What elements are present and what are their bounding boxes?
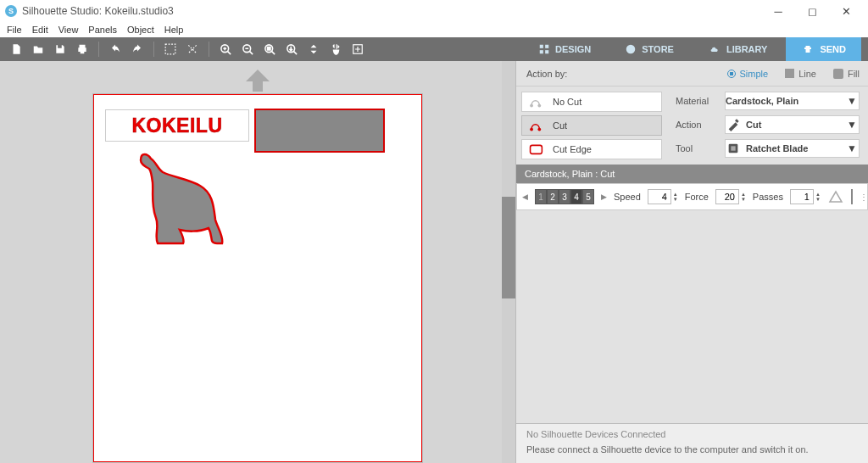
subtab-simple[interactable]: Simple (719, 61, 777, 86)
fill-icon (833, 69, 843, 79)
close-button[interactable]: ✕ (829, 0, 863, 22)
new-file-icon[interactable] (7, 40, 25, 59)
design-page[interactable]: KOKEILU (92, 93, 423, 463)
select-all-icon[interactable] (161, 40, 180, 59)
menu-object[interactable]: Object (127, 25, 154, 35)
zoom-drag-icon[interactable] (282, 40, 301, 59)
window-title: Silhouette Studio: Kokeilu.studio3 (22, 5, 174, 17)
tab-send[interactable]: SEND (786, 37, 861, 61)
svg-point-15 (537, 128, 541, 131)
menu-edit[interactable]: Edit (32, 25, 48, 35)
svg-rect-8 (545, 45, 548, 48)
cut-edge-label: Cut Edge (553, 144, 592, 154)
tab-design[interactable]: DESIGN (523, 37, 606, 61)
minimize-button[interactable]: ─ (761, 0, 795, 22)
cut-settings-bar: Cardstock, Plain : Cut (516, 165, 868, 183)
fit-window-icon[interactable] (348, 40, 367, 59)
canvas-area[interactable]: KOKEILU (0, 61, 515, 463)
material-dropdown[interactable]: Cardstock, Plain ▼ (725, 92, 860, 110)
more-icon[interactable]: ⋮ (860, 192, 868, 202)
cut-label: Cut (553, 120, 567, 131)
force-label: Force (685, 192, 709, 202)
svg-point-12 (530, 104, 533, 108)
chevron-down-icon: ▼ (847, 142, 859, 154)
option-no-cut[interactable]: No Cut (521, 92, 662, 112)
cut-icon (529, 118, 546, 133)
zoom-selection-icon[interactable] (260, 40, 279, 59)
subtab-line[interactable]: Line (776, 61, 825, 86)
app-logo-icon: S (5, 5, 17, 17)
status-area: No Silhouette Devices Connected Please c… (516, 423, 868, 463)
tool-dropdown[interactable]: Ratchet Blade ▼ (725, 139, 860, 158)
svg-rect-18 (731, 146, 735, 150)
tab-store-label: STORE (642, 44, 674, 54)
menu-view[interactable]: View (58, 25, 79, 35)
undo-icon[interactable] (106, 40, 125, 59)
subtab-fill[interactable]: Fill (825, 61, 868, 86)
cut-params: ◀ 12345 ▶ Speed ▲▼ Force ▲▼ Passes ▲▼ ⋮ (516, 183, 868, 210)
speed-input[interactable]: ▲▼ (648, 189, 678, 204)
svg-point-13 (537, 104, 541, 108)
text-object-kokeilu[interactable]: KOKEILU (105, 109, 249, 142)
arrow-right-icon[interactable]: ▶ (601, 192, 607, 201)
tab-store[interactable]: STORE (609, 37, 689, 61)
action-dropdown[interactable]: Cut ▼ (725, 115, 860, 134)
cut-edge-icon (529, 142, 546, 157)
material-value: Cardstock, Plain (726, 96, 842, 106)
scrollbar-thumb[interactable] (502, 197, 515, 298)
open-file-icon[interactable] (29, 40, 47, 59)
svg-point-11 (626, 45, 636, 54)
svg-rect-10 (545, 50, 548, 53)
svg-rect-16 (531, 145, 542, 153)
dog-shape-object[interactable] (132, 152, 225, 249)
action-label: Action (676, 120, 725, 130)
pan-icon[interactable] (326, 40, 345, 59)
title-bar: S Silhouette Studio: Kokeilu.studio3 ─ ◻… (0, 0, 868, 22)
deselect-icon[interactable] (183, 40, 202, 59)
chevron-down-icon: ▼ (847, 95, 859, 107)
svg-rect-0 (165, 44, 175, 54)
tool-value: Ratchet Blade (746, 143, 842, 153)
passes-label: Passes (753, 192, 783, 202)
zoom-out-icon[interactable] (238, 40, 257, 59)
menu-help[interactable]: Help (164, 25, 184, 35)
save-icon[interactable] (51, 40, 70, 59)
send-panel: Action by: Simple Line Fill No Cut Cut C… (515, 61, 868, 463)
line-segment-toggle[interactable] (851, 189, 853, 204)
line-icon (785, 69, 794, 78)
status-line2: Please connect a Silhouette device to th… (526, 444, 858, 455)
zoom-in-icon[interactable] (216, 40, 235, 59)
option-cut-edge[interactable]: Cut Edge (521, 139, 662, 159)
print-icon[interactable] (73, 40, 92, 59)
status-line1: No Silhouette Devices Connected (526, 429, 858, 439)
toolbar: DESIGN STORE LIBRARY SEND (0, 37, 868, 61)
tool-label: Tool (676, 143, 725, 153)
menu-file[interactable]: File (7, 25, 22, 35)
no-cut-label: No Cut (553, 97, 581, 107)
svg-rect-7 (540, 45, 543, 48)
tab-library[interactable]: LIBRARY (693, 37, 782, 61)
radio-icon (727, 70, 736, 78)
overcut-icon[interactable] (827, 189, 844, 204)
tab-send-label: SEND (820, 44, 846, 54)
action-by-label: Action by: (516, 69, 719, 79)
svg-rect-4 (266, 46, 270, 50)
maximize-button[interactable]: ◻ (795, 0, 829, 22)
option-cut[interactable]: Cut (521, 115, 662, 136)
arrow-left-icon[interactable]: ◀ (522, 192, 528, 201)
passes-input[interactable]: ▲▼ (790, 189, 821, 204)
page-up-arrow-icon (242, 70, 273, 93)
tab-design-label: DESIGN (555, 44, 591, 54)
menu-panels[interactable]: Panels (88, 25, 117, 35)
speed-label: Speed (614, 192, 641, 202)
blade-depth-indicator[interactable]: 12345 (535, 189, 594, 204)
fit-page-icon[interactable] (304, 40, 323, 59)
tab-library-label: LIBRARY (726, 44, 767, 54)
force-input[interactable]: ▲▼ (715, 189, 746, 204)
ratchet-icon (726, 141, 741, 156)
rectangle-object[interactable] (254, 109, 385, 153)
redo-icon[interactable] (128, 40, 147, 59)
vertical-scrollbar[interactable] (502, 61, 515, 463)
svg-rect-9 (540, 50, 543, 53)
action-value: Cut (746, 120, 842, 130)
